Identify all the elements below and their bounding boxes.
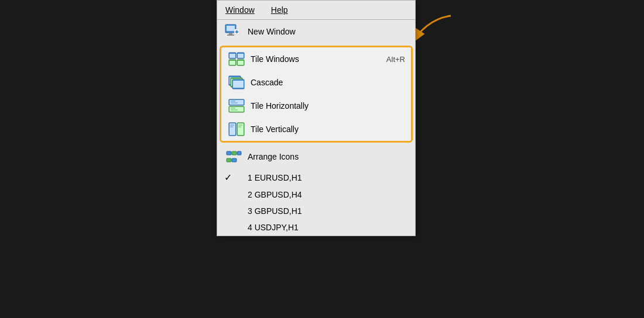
- svg-rect-36: [238, 125, 242, 126]
- menu-item-window-1[interactable]: ✓ 1 EURUSD,H1: [217, 168, 415, 186]
- svg-rect-42: [232, 158, 237, 162]
- svg-rect-37: [238, 126, 241, 127]
- arrange-icons-label: Arrange Icons: [248, 152, 408, 161]
- tile-windows-icon: [227, 51, 246, 67]
- tile-vertically-label: Tile Vertically: [251, 125, 405, 134]
- menu-item-cascade[interactable]: Cascade: [221, 71, 411, 94]
- svg-rect-32: [230, 125, 234, 126]
- arrange-icons-icon: [224, 148, 243, 165]
- menu-item-tile-horizontally[interactable]: Tile Horizontally: [221, 94, 411, 117]
- svg-rect-2: [227, 26, 235, 31]
- menu-item-arrange-icons[interactable]: Arrange Icons: [217, 145, 415, 168]
- menu-item-window-3[interactable]: 3 GBPUSD,H1: [217, 203, 415, 219]
- svg-rect-24: [231, 101, 235, 102]
- menu-item-new-window[interactable]: New Window: [217, 20, 415, 43]
- tile-horizontally-label: Tile Horizontally: [251, 101, 405, 110]
- tile-windows-shortcut: Alt+R: [386, 55, 405, 64]
- menu-item-tile-windows[interactable]: Tile Windows Alt+R: [221, 47, 411, 71]
- checkmark-1: ✓: [224, 172, 236, 183]
- svg-rect-29: [231, 109, 238, 110]
- svg-rect-3: [229, 33, 232, 34]
- new-window-icon: [224, 23, 243, 40]
- svg-rect-25: [231, 102, 238, 103]
- menu-bar-help[interactable]: Help: [263, 3, 296, 17]
- svg-rect-11: [238, 54, 244, 58]
- window-list-label-4: 4 USDJPY,H1: [248, 223, 408, 232]
- window-list-label-3: 3 GBPUSD,H1: [248, 206, 408, 216]
- cascade-icon: [227, 74, 246, 91]
- menu-item-window-2[interactable]: 2 GBPUSD,H4: [217, 186, 415, 203]
- svg-rect-21: [233, 81, 244, 88]
- svg-rect-4: [227, 34, 234, 36]
- svg-rect-9: [229, 54, 235, 58]
- window-list-label-2: 2 GBPUSD,H4: [248, 190, 408, 199]
- svg-rect-33: [230, 126, 233, 127]
- svg-rect-28: [231, 108, 235, 109]
- svg-rect-38: [227, 151, 231, 155]
- menu-bar: Window Help: [217, 1, 415, 20]
- svg-rect-7: [235, 32, 239, 33]
- window-menu: Window Help New Window: [217, 0, 416, 236]
- highlighted-menu-group: Tile Windows Alt+R Cascade: [220, 46, 413, 143]
- tile-windows-label: Tile Windows: [251, 54, 375, 64]
- svg-rect-39: [232, 151, 237, 155]
- menu-bar-window[interactable]: Window: [217, 3, 263, 17]
- svg-rect-15: [238, 61, 244, 65]
- svg-rect-13: [229, 61, 235, 65]
- tile-horizontally-icon: [227, 98, 246, 114]
- menu-item-tile-vertically[interactable]: Tile Vertically: [221, 117, 411, 141]
- svg-rect-40: [237, 151, 241, 155]
- window-list-label-1: 1 EURUSD,H1: [248, 173, 408, 182]
- new-window-label: New Window: [248, 27, 296, 36]
- tile-vertically-icon: [227, 121, 246, 137]
- cascade-label: Cascade: [251, 78, 405, 87]
- menu-item-window-4[interactable]: 4 USDJPY,H1: [217, 219, 415, 236]
- svg-rect-41: [227, 158, 231, 162]
